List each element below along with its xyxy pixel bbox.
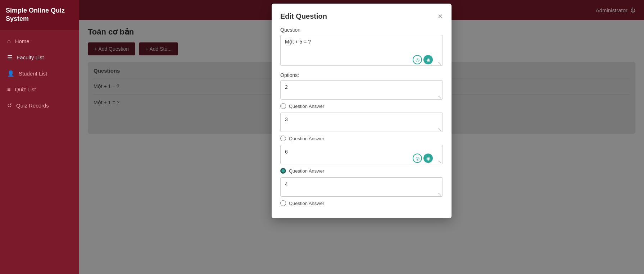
option-group-2: 6 ◎ ◉ ⤡ Question Answer [280, 145, 443, 174]
resize-handle-2: ⤡ [438, 159, 441, 164]
user-icon: 👤 [7, 70, 14, 77]
option-2-radio[interactable] [280, 168, 286, 174]
option-2-answer-label: Question Answer [289, 168, 324, 174]
tool-outline-btn-option2[interactable]: ◎ [413, 154, 422, 163]
question-textarea-wrap: ◎ ◉ ⤡ [280, 35, 443, 67]
sidebar-item-quiz-list[interactable]: ≡ Quiz List [0, 82, 79, 97]
option-2-tools: ◎ ◉ [413, 154, 433, 163]
records-icon: ↺ [7, 102, 12, 109]
option-3-wrap: 4 ⤡ [280, 177, 443, 198]
modal-close-button[interactable]: ✕ [437, 13, 443, 20]
question-field-group: Question ◎ ◉ ⤡ [280, 27, 443, 67]
resize-handle-3: ⤡ [438, 192, 441, 197]
option-group-1: 3 ⤡ Question Answer [280, 113, 443, 141]
option-2-answer-row: Question Answer [280, 168, 443, 174]
sidebar-item-student-list[interactable]: 👤 Student List [0, 65, 79, 82]
resize-handle-0: ⤡ [438, 95, 441, 100]
option-group-0: 2 ⤡ Question Answer [280, 80, 443, 109]
modal-overlay: Edit Question ✕ Question ◎ ◉ ⤡ Options: [79, 0, 644, 274]
sidebar: Simple Online Quiz System ⌂ Home ☰ Facul… [0, 0, 79, 274]
sidebar-item-records-label: Quiz Records [16, 102, 49, 109]
option-1-radio[interactable] [280, 136, 286, 141]
option-3-radio[interactable] [280, 200, 286, 206]
option-0-radio[interactable] [280, 103, 286, 109]
option-0-answer-label: Question Answer [289, 104, 324, 109]
option-2-wrap: 6 ◎ ◉ ⤡ [280, 145, 443, 166]
option-1-textarea[interactable]: 3 [280, 113, 443, 132]
modal-title: Edit Question [280, 12, 327, 20]
sidebar-nav: ⌂ Home ☰ Faculty List 👤 Student List ≡ Q… [0, 33, 79, 114]
home-icon: ⌂ [7, 38, 11, 45]
quiz-icon: ≡ [7, 86, 10, 93]
tool-fill-btn-question[interactable]: ◉ [423, 55, 433, 64]
sidebar-item-faculty-label: Faculty List [17, 54, 44, 60]
app-brand: Simple Online Quiz System [0, 0, 79, 30]
option-3-answer-row: Question Answer [280, 200, 443, 206]
option-group-3: 4 ⤡ Question Answer [280, 177, 443, 206]
option-1-answer-label: Question Answer [289, 136, 324, 141]
main-content: Administrator ⏻ Toán cơ bản + Add Questi… [79, 0, 644, 274]
question-tools: ◎ ◉ [413, 55, 433, 64]
question-label: Question [280, 27, 443, 33]
option-0-answer-row: Question Answer [280, 103, 443, 109]
sidebar-item-student-label: Student List [19, 70, 47, 77]
option-3-textarea[interactable]: 4 [280, 177, 443, 197]
option-0-wrap: 2 ⤡ [280, 80, 443, 101]
list-icon: ☰ [7, 54, 12, 61]
sidebar-item-faculty-list[interactable]: ☰ Faculty List [0, 49, 79, 65]
sidebar-item-quiz-label: Quiz List [15, 86, 36, 92]
resize-handle-1: ⤡ [438, 127, 441, 132]
sidebar-item-quiz-records[interactable]: ↺ Quiz Records [0, 97, 79, 114]
options-label: Options: [280, 72, 443, 78]
option-1-answer-row: Question Answer [280, 136, 443, 141]
edit-question-modal: Edit Question ✕ Question ◎ ◉ ⤡ Options: [272, 4, 452, 218]
option-3-answer-label: Question Answer [289, 201, 324, 206]
tool-outline-btn-question[interactable]: ◎ [413, 55, 422, 64]
sidebar-item-home[interactable]: ⌂ Home [0, 33, 79, 49]
tool-fill-btn-option2[interactable]: ◉ [423, 154, 433, 163]
option-0-textarea[interactable]: 2 [280, 80, 443, 100]
sidebar-item-home-label: Home [15, 38, 30, 44]
modal-header: Edit Question ✕ [280, 12, 443, 20]
option-1-wrap: 3 ⤡ [280, 113, 443, 133]
resize-handle-question: ⤡ [438, 61, 441, 66]
